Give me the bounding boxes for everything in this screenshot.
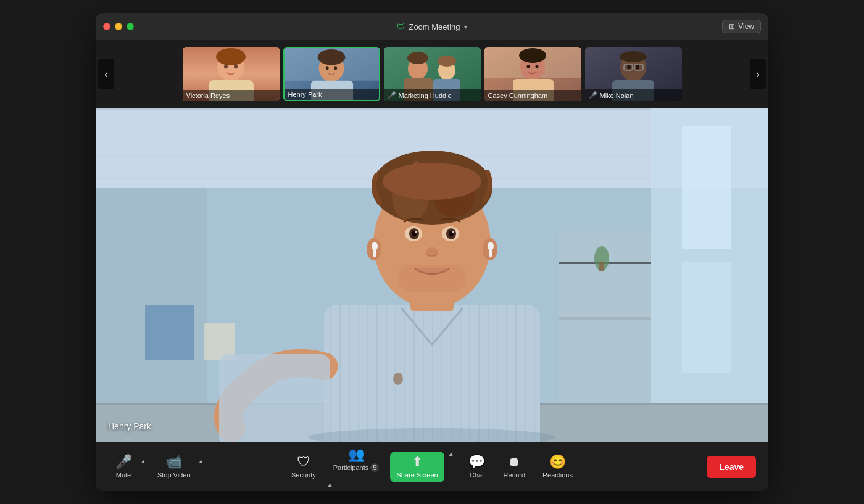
svg-point-14 xyxy=(334,66,337,70)
svg-rect-49 xyxy=(682,262,731,373)
casey-name: Casey Cunningham xyxy=(488,92,548,99)
share-screen-icon: ⬆ xyxy=(412,455,423,469)
participants-count-badge: 5 xyxy=(370,463,379,472)
thumbnail-casey-label: Casey Cunningham xyxy=(484,90,581,101)
reactions-button[interactable]: 😊 Reactions xyxy=(536,452,579,482)
meeting-title-text: Zoom Meeting xyxy=(409,22,460,31)
chat-icon: 💬 xyxy=(468,455,485,469)
svg-point-101 xyxy=(415,231,417,233)
record-button[interactable]: ⏺ Record xyxy=(497,452,531,482)
thumbnail-henry[interactable]: Henry Park xyxy=(283,47,380,101)
main-video-label: Henry Park xyxy=(108,421,151,432)
marketing-mic-icon: 🎤 xyxy=(388,91,396,99)
svg-rect-107 xyxy=(219,354,330,442)
chevron-down-icon: ▾ xyxy=(464,23,467,30)
traffic-lights xyxy=(103,23,134,30)
svg-rect-72 xyxy=(441,305,442,442)
main-video-area: Henry Park xyxy=(96,108,768,442)
stop-video-button[interactable]: 📹 Stop Video xyxy=(151,452,197,482)
thumbnail-casey[interactable]: Casey Cunningham xyxy=(484,47,581,101)
record-icon: ⏺ xyxy=(507,455,521,469)
share-screen-button[interactable]: ⬆ Share Screen xyxy=(390,452,444,482)
marketing-name: Marketing Huddle xyxy=(399,92,452,99)
security-button[interactable]: 🛡 Security xyxy=(285,452,322,482)
svg-point-34 xyxy=(620,51,647,62)
security-label: Security xyxy=(291,471,316,479)
record-label: Record xyxy=(504,471,525,479)
svg-point-13 xyxy=(325,66,328,70)
svg-rect-66 xyxy=(386,305,387,442)
thumbnail-victoria-label: Victoria Reyes xyxy=(183,90,280,101)
minimize-button[interactable] xyxy=(115,23,122,30)
svg-rect-77 xyxy=(488,305,489,442)
svg-rect-61 xyxy=(339,305,341,442)
thumbnail-mike[interactable]: 🎤 Mike Nolan xyxy=(585,47,682,101)
svg-point-5 xyxy=(224,65,228,69)
share-caret[interactable]: ▲ xyxy=(446,449,457,458)
svg-point-36 xyxy=(627,65,631,70)
thumbnail-strip: ‹ xyxy=(96,40,768,108)
view-label: View xyxy=(738,22,754,31)
svg-rect-80 xyxy=(515,305,517,442)
mute-caret[interactable]: ▲ xyxy=(138,456,149,466)
svg-rect-81 xyxy=(525,305,526,442)
thumbnail-henry-label: Henry Park xyxy=(285,89,379,100)
stop-video-label: Stop Video xyxy=(157,471,191,479)
svg-point-91 xyxy=(488,242,494,250)
mic-icon: 🎤 xyxy=(115,455,132,469)
svg-rect-63 xyxy=(358,305,359,442)
meeting-title[interactable]: 🛡 Zoom Meeting ▾ xyxy=(397,22,467,31)
toolbar-left: 🎤 Mute ▲ 📹 Stop Video ▲ xyxy=(108,452,206,482)
svg-rect-78 xyxy=(497,305,498,442)
mute-button[interactable]: 🎤 Mute xyxy=(108,452,139,482)
reactions-icon: 😊 xyxy=(549,455,566,469)
svg-rect-71 xyxy=(432,305,433,442)
svg-rect-68 xyxy=(404,305,405,442)
mike-mic-icon: 🎤 xyxy=(589,91,597,99)
mike-name: Mike Nolan xyxy=(600,92,634,99)
participants-button[interactable]: 👥 Participants 5 xyxy=(327,444,386,475)
participants-wrapper: 👥 Participants 5 ▲ xyxy=(327,444,386,489)
thumbnail-marketing-label: 🎤 Marketing Huddle xyxy=(384,89,481,101)
svg-point-88 xyxy=(383,163,481,200)
svg-rect-92 xyxy=(489,249,492,257)
main-participant-name: Henry Park xyxy=(108,421,151,431)
svg-point-106 xyxy=(393,373,403,385)
strip-next-button[interactable]: › xyxy=(750,59,766,89)
thumbnails-container: Victoria Reyes xyxy=(183,47,682,101)
view-button[interactable]: ⊞ View xyxy=(722,20,761,33)
close-button[interactable] xyxy=(103,23,110,30)
svg-point-3 xyxy=(216,48,246,65)
video-icon: 📹 xyxy=(165,455,182,469)
svg-rect-64 xyxy=(367,305,368,442)
video-caret[interactable]: ▲ xyxy=(196,456,207,466)
svg-point-18 xyxy=(407,52,428,64)
chat-button[interactable]: 💬 Chat xyxy=(462,452,492,482)
shield-icon: 🛡 xyxy=(397,22,405,31)
svg-point-29 xyxy=(526,65,530,68)
share-screen-label: Share Screen xyxy=(396,471,438,479)
svg-rect-70 xyxy=(423,305,424,442)
svg-point-37 xyxy=(636,65,639,70)
participants-icon: 👥 xyxy=(348,448,365,461)
svg-point-6 xyxy=(234,65,238,69)
svg-rect-73 xyxy=(451,305,452,442)
strip-prev-button[interactable]: ‹ xyxy=(98,59,114,89)
henry-name: Henry Park xyxy=(288,91,322,98)
thumbnail-victoria[interactable]: Victoria Reyes xyxy=(183,47,280,101)
toolbar-right: Leave xyxy=(707,456,756,478)
thumbnail-marketing[interactable]: 🎤 Marketing Huddle xyxy=(384,47,481,101)
svg-point-27 xyxy=(519,48,546,63)
leave-button[interactable]: Leave xyxy=(707,456,756,478)
svg-rect-52 xyxy=(559,317,651,320)
view-icon: ⊞ xyxy=(729,22,735,31)
toolbar-center: 🛡 Security 👥 Participants 5 ▲ ⬆ Share Sc… xyxy=(285,444,579,489)
svg-rect-79 xyxy=(506,305,507,442)
mute-label: Mute xyxy=(116,471,131,479)
participants-caret[interactable]: ▲ xyxy=(325,480,336,489)
maximize-button[interactable] xyxy=(127,23,134,30)
svg-rect-55 xyxy=(145,305,194,360)
svg-rect-54 xyxy=(599,262,604,271)
svg-rect-62 xyxy=(349,305,350,442)
svg-rect-94 xyxy=(373,249,376,257)
